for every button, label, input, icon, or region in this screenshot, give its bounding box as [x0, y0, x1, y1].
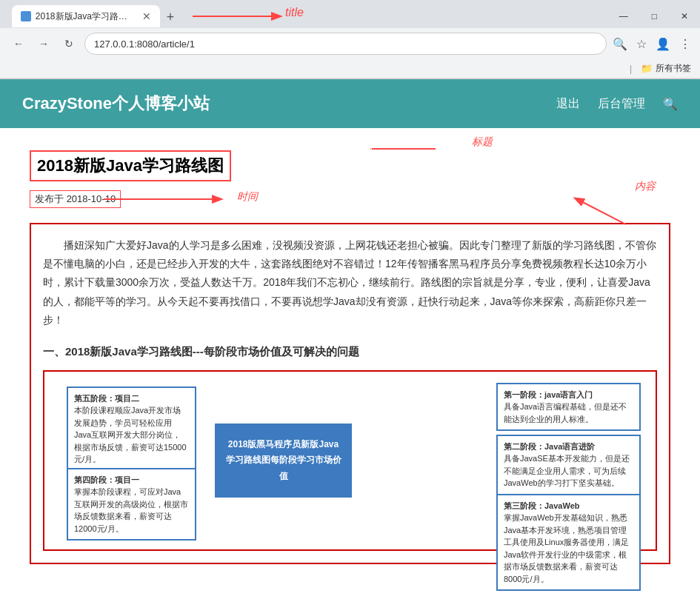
stage5-box: 第五阶段：项目二 本阶段课程顺应Java开发市场发展趋势，学员可轻松应用Java… [67, 386, 196, 472]
bookmarks-bar: | 📁 所有书签 [0, 59, 700, 78]
logout-link[interactable]: 退出 [556, 96, 580, 112]
back-button[interactable]: ← [9, 34, 28, 53]
stage4-box: 第四阶段：项目一 掌握本阶段课程，可应对Java互联网开发的高级岗位，根据市场反… [67, 468, 196, 541]
stage1-desc: 具备Java语言编程基础，但是还不能达到企业的用人标准。 [504, 402, 627, 424]
new-tab-button[interactable]: + [160, 7, 181, 27]
neirong-annotation: 内容 [635, 180, 656, 193]
article-paragraph-1: 播妞深知广大爱好Java的人学习是多么困难，没视频没资源，上网花钱还老担心被骗。… [43, 236, 657, 329]
stage2-desc: 具备JavaSE基本开发能力，但是还不能满足企业用人需求，可为后续JavaWeb… [504, 454, 630, 487]
header-search-icon[interactable]: 🔍 [663, 97, 678, 111]
stage1-title: 第一阶段：java语言入门 [504, 390, 593, 399]
article-meta: 发布于 2018-10-10 时间 [30, 190, 670, 208]
article-title-box: 2018新版Java学习路线图 [30, 150, 231, 181]
article-body: 播妞深知广大爱好Java的人学习是多么困难，没视频没资源，上网花钱还老担心被骗。… [30, 223, 670, 564]
maximize-button[interactable]: □ [646, 10, 663, 23]
shijian-arrow [104, 193, 230, 205]
section-heading: 一、2018新版Java学习路线图---每阶段市场价值及可解决的问题 [43, 341, 657, 361]
address-bar-row: ← → ↻ 🔍 ☆ 👤 ⋮ [0, 28, 700, 59]
profile-icon[interactable]: 👤 [656, 37, 670, 51]
diagram: 第五阶段：项目二 本阶段课程顺应Java开发市场发展趋势，学员可轻松应用Java… [43, 370, 657, 551]
search-address-icon[interactable]: 🔍 [613, 37, 627, 51]
biaoti-annotation: 标题 [472, 135, 493, 149]
shijian-annotation: 时间 [237, 190, 258, 204]
address-input[interactable] [84, 33, 607, 55]
refresh-button[interactable]: ↻ [59, 34, 79, 53]
stage5-desc: 本阶段课程顺应Java开发市场发展趋势，学员可轻松应用Java互联网开发大部分岗… [74, 406, 187, 464]
main-content: 标题 2018新版Java学习路线图 发布于 2018-10-10 时间 内容 [0, 128, 700, 586]
article-date: 发布于 2018-10-10 [30, 190, 121, 208]
diagram-wrapper: 第五阶段：项目二 本阶段课程顺应Java开发市场发展趋势，学员可轻松应用Java… [52, 379, 648, 542]
window-controls-right: — □ ✕ [613, 10, 694, 23]
tab-close-button[interactable]: ✕ [142, 10, 151, 22]
tab-title: 2018新版Java学习路线图 [36, 10, 135, 23]
date-value: 2018-10-10 [67, 193, 116, 204]
menu-icon[interactable]: ⋮ [679, 37, 691, 51]
stage3-title: 第三阶段：JavaWeb [504, 501, 580, 510]
center-text: 2018版黑马程序员新版Java学习路线图每阶段学习市场价值 [224, 437, 343, 485]
minimize-button[interactable]: — [613, 10, 634, 23]
bookmark-star-icon[interactable]: ☆ [636, 37, 647, 51]
stage3-box: 第三阶段：JavaWeb 掌握JavaWeb开发基础知识，熟悉Java基本开发环… [496, 494, 641, 592]
admin-link[interactable]: 后台管理 [598, 96, 645, 112]
site-title: CrazyStone个人博客小站 [22, 93, 556, 115]
stage2-box: 第二阶段：Java语言进阶 具备JavaSE基本开发能力，但是还不能满足企业用人… [496, 435, 641, 495]
stage2-title: 第二阶段：Java语言进阶 [504, 442, 595, 451]
article-title: 2018新版Java学习路线图 [37, 156, 224, 175]
header-nav: 退出 后台管理 🔍 [556, 96, 678, 112]
bookmarks-folder[interactable]: 📁 所有书签 [641, 62, 691, 75]
stage5-title: 第五阶段：项目二 [74, 394, 139, 403]
close-window-button[interactable]: ✕ [675, 10, 694, 23]
stage4-desc: 掌握本阶段课程，可应对Java互联网开发的高级岗位，根据市场反馈数据来看，薪资可… [74, 487, 188, 533]
folder-icon: 📁 [641, 63, 653, 74]
biaoti-arrow [370, 141, 437, 156]
bookmark-label: 所有书签 [656, 62, 691, 75]
stage1-box: 第一阶段：java语言入门 具备Java语言编程基础，但是还不能达到企业的用人标… [496, 383, 641, 432]
address-bar-icons: 🔍 ☆ 👤 ⋮ [613, 37, 691, 51]
tab-favicon [21, 11, 31, 21]
site-header: CrazyStone个人博客小站 退出 后台管理 🔍 [0, 79, 700, 128]
stage4-title: 第四阶段：项目一 [74, 475, 139, 484]
date-label: 发布于 [35, 193, 64, 204]
center-box: 2018版黑马程序员新版Java学习路线图每阶段学习市场价值 [215, 424, 352, 498]
stage3-desc: 掌握JavaWeb开发基础知识，熟悉Java基本开发环境，熟悉项目管理工具使用及… [504, 513, 629, 583]
bookmarks-divider: | [630, 64, 632, 74]
forward-button[interactable]: → [34, 34, 53, 53]
active-tab[interactable]: 2018新版Java学习路线图 ✕ [12, 5, 160, 27]
